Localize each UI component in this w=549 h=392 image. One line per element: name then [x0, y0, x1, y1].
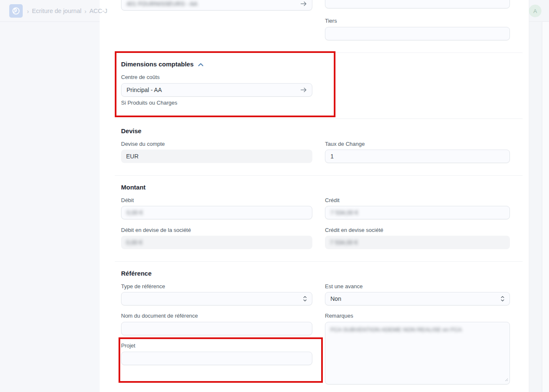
account-currency-field: EUR [121, 150, 312, 163]
account-currency-value: EUR [126, 153, 139, 160]
section-divider [115, 118, 523, 119]
credit-value: 7 534,00 € [330, 209, 504, 216]
debit-label: Débit [121, 197, 312, 203]
remarks-value: FCA SUBVENTION ADEME NON REALISE en FCA [330, 326, 462, 333]
exchange-rate-label: Taux de Change [325, 141, 510, 147]
account-currency-label: Devise du compte [121, 141, 312, 147]
app-logo-icon[interactable] [9, 4, 23, 18]
exchange-rate-value: 1 [330, 153, 504, 160]
breadcrumb-separator: › [84, 8, 87, 15]
credit-company-currency-field: 7 534,00 € [325, 236, 510, 249]
breadcrumb: › Ecriture de journal › ACC-J [27, 0, 120, 22]
resize-handle-icon[interactable] [504, 376, 508, 383]
party-label: Tiers [325, 18, 510, 24]
section-title-amount-label: Montant [121, 184, 145, 191]
debit-company-currency-field: 0,00 € [121, 236, 312, 249]
is-advance-value: Non [330, 295, 501, 302]
account-field[interactable]: 401 FOURNISSEURS - AA [121, 0, 312, 11]
select-stepper-icon[interactable] [501, 296, 504, 302]
breadcrumb-separator: › [27, 8, 29, 15]
section-title-reference: Référence [121, 270, 152, 277]
section-divider [115, 261, 523, 262]
page: › Ecriture de journal › ACC-J A 401 FOUR… [0, 0, 549, 392]
section-title-currency: Devise [121, 127, 141, 134]
reference-name-label: Nom du document de référence [121, 313, 312, 319]
is-advance-select[interactable]: Non [325, 292, 510, 305]
scrollbar-track[interactable] [542, 22, 549, 392]
credit-label: Crédit [325, 197, 510, 203]
credit-company-currency-value: 7 534,00 € [330, 239, 358, 246]
select-stepper-icon[interactable] [303, 296, 307, 302]
remarks-label: Remarques [325, 313, 510, 319]
party-type-field[interactable] [325, 0, 510, 8]
section-title-currency-label: Devise [121, 127, 141, 134]
is-advance-label: Est une avance [325, 283, 510, 289]
remarks-textarea[interactable]: FCA SUBVENTION ADEME NON REALISE en FCA [325, 322, 510, 384]
reference-type-select[interactable] [121, 292, 312, 305]
party-field[interactable] [325, 27, 510, 40]
annotation-box-project [119, 337, 323, 383]
account-value: 401 FOURNISSEURS - AA [127, 0, 301, 7]
credit-company-currency-label: Crédit en devise société [325, 227, 510, 233]
annotation-box-dimensions [115, 51, 335, 117]
debit-company-currency-value: 0,00 € [126, 239, 143, 246]
debit-field[interactable]: 0,00 € [121, 206, 312, 219]
user-avatar[interactable]: A [529, 5, 541, 17]
section-title-reference-label: Référence [121, 270, 152, 277]
section-title-amount: Montant [121, 184, 145, 191]
section-divider [115, 175, 523, 176]
arrow-right-icon[interactable] [301, 1, 307, 6]
exchange-rate-field[interactable]: 1 [325, 150, 510, 163]
credit-field[interactable]: 7 534,00 € [325, 206, 510, 219]
breadcrumb-item-journal-entry[interactable]: Ecriture de journal [32, 8, 82, 14]
reference-name-field[interactable] [121, 322, 312, 335]
breadcrumb-item-document[interactable]: ACC-J [90, 8, 108, 14]
debit-value: 0,00 € [127, 209, 307, 216]
debit-company-currency-label: Débit en devise de la société [121, 227, 312, 233]
right-rail: A [529, 0, 549, 392]
reference-type-label: Type de référence [121, 283, 312, 289]
